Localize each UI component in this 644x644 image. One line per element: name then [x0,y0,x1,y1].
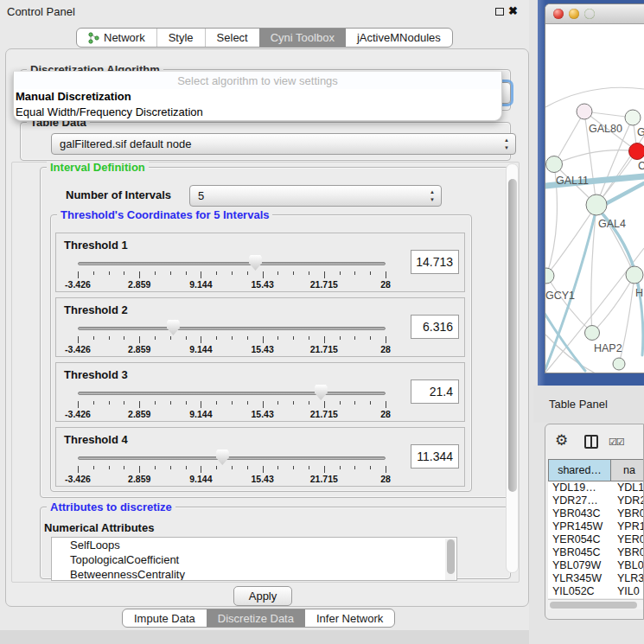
tab-label: Discretize Data [218,609,294,628]
numerical-attributes-list[interactable]: SelfLoopsTopologicalCoefficientBetweenne… [51,537,457,581]
network-node-gal4[interactable] [586,194,607,215]
table-row[interactable]: YBL079WYBL0 [548,559,644,572]
bottom-tab-impute-data[interactable]: Impute Data [123,609,207,627]
slider-tick-label: 28 [380,474,391,484]
slider-track[interactable] [78,327,386,330]
attribute-list-item[interactable]: BetweennessCentrality [52,567,456,581]
slider-thumb[interactable] [315,385,328,400]
slider-tick [155,271,156,275]
checkbox-icons[interactable]: ☑☑ [609,437,624,448]
settings-scrollbar[interactable] [506,163,519,573]
threshold-panel: Threshold 3-3.4262.8599.14415.4321.71528… [55,362,465,422]
table-horizontal-scrollbar[interactable] [548,599,644,609]
network-edge[interactable] [592,275,634,333]
slider-tick [155,401,156,405]
table-data-combo[interactable]: galFiltered.sif default node ▲▼ [51,133,516,155]
slider-thumb[interactable] [167,320,180,335]
apply-button[interactable]: Apply [233,586,292,606]
threshold-label: Threshold 2 [64,303,128,316]
dropdown-item[interactable]: Equal Width/Frequency Discretization [14,105,501,120]
slider-tick [340,466,341,469]
slider-tick [277,466,278,469]
table-cell-shared-name: YLR345W [548,572,611,585]
network-edge[interactable] [554,150,637,164]
tab-cyni-toolbox[interactable]: Cyni Toolbox [259,29,346,47]
threshold-value-field[interactable]: 11.344 [411,444,459,469]
settings-scrollbar-thumb[interactable] [508,179,517,492]
network-edge[interactable] [554,112,584,164]
network-edge[interactable] [545,87,644,107]
table-row[interactable]: YBR043CYBR0 [548,507,644,520]
close-traffic-light-icon[interactable] [553,9,564,19]
table-row[interactable]: YIL052CYIL0 [548,585,644,598]
network-node-gcy1[interactable] [545,268,554,284]
column-layout-icon[interactable] [584,435,598,449]
network-canvas[interactable]: GAL80GACGAL11GAL4GCY1HHAP2 [545,25,644,373]
slider-tick [263,466,264,473]
network-node-h[interactable] [626,266,643,284]
network-edge-highlighted[interactable] [545,312,585,371]
interval-definition-title: Interval Definition [47,161,149,174]
list-scrollbar-thumb[interactable] [447,539,455,574]
slider-tick [93,401,94,405]
table-row[interactable]: YDR27…YDR2 [548,494,644,507]
table-panel: ⚙ ☑☑ shared… na YDL19…YDL1YDR27…YDR2YBR0… [545,424,644,620]
tab-network[interactable]: Network [77,29,156,47]
slider-tick-label: 28 [380,344,391,354]
network-node-gal80[interactable] [577,104,592,119]
list-scrollbar[interactable] [445,539,456,580]
float-window-icon[interactable] [495,8,504,16]
table-row[interactable]: YDL19…YDL1 [548,481,644,494]
slider-track[interactable] [78,392,386,395]
network-node-ga[interactable] [625,110,641,125]
slider-tick [139,271,140,278]
slider-tick [124,401,124,405]
slider-tick [354,466,355,469]
slider-ticks [78,466,386,474]
num-intervals-value: 5 [198,189,204,202]
network-node-c[interactable] [629,143,644,160]
dropdown-item[interactable]: Manual Discretization [14,89,501,105]
table-horizontal-scrollbar-thumb[interactable] [550,602,637,609]
attribute-list-item[interactable]: TopologicalCoefficient [52,552,456,567]
column-header-name[interactable]: na [611,459,644,481]
network-node-hap2[interactable] [585,326,600,341]
bottom-tab-infer-network[interactable]: Infer Network [305,609,394,627]
slider-thumb[interactable] [249,255,262,271]
column-header-shared-name[interactable]: shared… [548,459,611,481]
table-cell-name: YLR3 [611,572,644,585]
slider-tick [293,466,294,469]
threshold-value-field[interactable]: 21.4 [411,379,459,404]
slider-tick-label: 9.144 [189,409,212,419]
table-row[interactable]: YPR145WYPR1 [548,520,644,533]
minimize-traffic-light-icon[interactable] [569,9,579,19]
slider-thumb[interactable] [216,450,229,465]
table-cell-name: YBR0 [611,507,644,520]
table-row[interactable]: YLR345WYLR3 [548,572,644,585]
slider-tick-label: 21.715 [310,409,338,419]
table-row[interactable]: YER054CYER0 [548,533,644,546]
tab-jactivemnodules[interactable]: jActiveMNodules [346,29,452,47]
slider-tick-label: -3.426 [65,279,91,290]
attribute-list-item[interactable]: SelfLoops [52,538,456,552]
num-intervals-combo[interactable]: 5 ▲▼ [189,185,442,207]
slider-track[interactable] [78,262,386,265]
network-node-gal11[interactable] [546,156,563,173]
tab-select[interactable]: Select [205,29,259,47]
network-node[interactable] [613,358,625,370]
node-table: shared… na YDL19…YDL1YDR27…YDR2YBR043CYB… [548,459,644,598]
gear-icon[interactable]: ⚙ [555,433,568,449]
slider-track[interactable] [78,456,386,460]
table-panel-header: Table Panel [533,386,644,423]
table-row[interactable]: YBR045CYBR0 [548,546,644,559]
bottom-tab-discretize-data[interactable]: Discretize Data [207,609,305,627]
slider-tick-label: 28 [380,409,391,419]
zoom-traffic-light-icon[interactable] [584,9,595,19]
close-icon[interactable]: ✖ [508,4,518,18]
slider-tick [139,401,140,408]
tab-style[interactable]: Style [156,29,205,47]
threshold-value-field[interactable]: 14.713 [411,250,459,274]
threshold-value-field[interactable]: 6.316 [411,315,459,339]
slider-tick [155,336,156,340]
slider-tick-label: 28 [380,279,391,290]
